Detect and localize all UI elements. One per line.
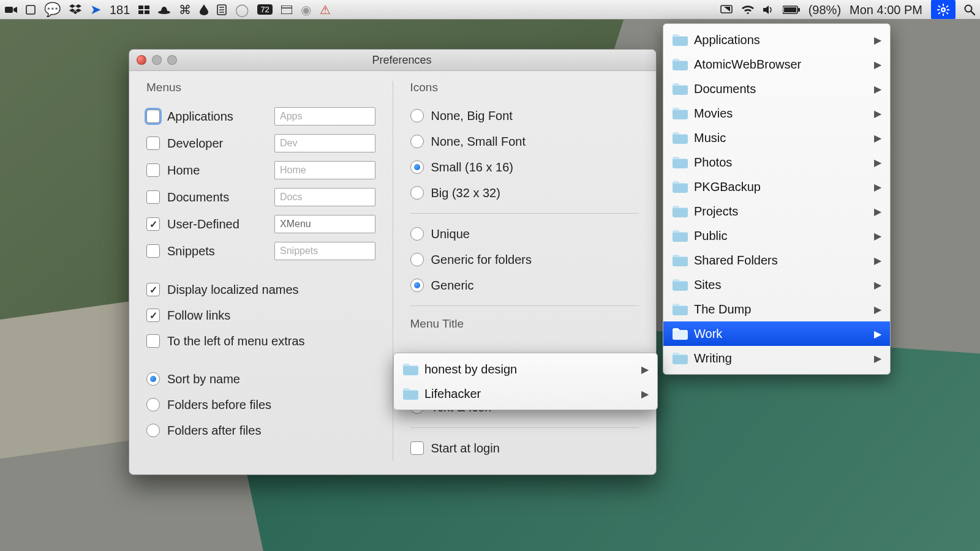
drop-icon[interactable] xyxy=(200,4,208,15)
left-of-extras-checkbox[interactable] xyxy=(146,334,160,348)
xmenu-work-submenu: honest by design▶Lifehacker▶ xyxy=(393,353,658,410)
notification-count[interactable]: 181 xyxy=(110,4,130,16)
battery-icon[interactable] xyxy=(783,6,800,14)
svg-rect-11 xyxy=(281,6,292,14)
menu-item[interactable]: Photos▶ xyxy=(663,150,890,174)
icon-size-option-radio[interactable] xyxy=(410,109,424,122)
menu-item[interactable]: Movies▶ xyxy=(663,101,890,126)
window-minimize-button[interactable] xyxy=(152,55,162,65)
window-titlebar[interactable]: Preferences xyxy=(129,50,656,71)
wifi-alert-icon[interactable]: ⚠ xyxy=(320,4,331,16)
menu-option-checkbox[interactable] xyxy=(146,110,160,123)
cursor-icon[interactable]: ➤ xyxy=(90,3,101,17)
menu-option-name-input[interactable]: Apps xyxy=(274,107,375,126)
icon-style-option-radio[interactable] xyxy=(410,279,424,292)
svg-rect-24 xyxy=(938,12,940,14)
icon-style-option-radio[interactable] xyxy=(410,253,424,266)
menu-item-label: Shared Folders xyxy=(694,253,778,268)
svg-rect-4 xyxy=(138,10,143,14)
command-icon[interactable]: ⌘ xyxy=(179,4,191,16)
window-zoom-button[interactable] xyxy=(167,55,177,65)
icon-style-option-label: Generic for folders xyxy=(431,253,532,267)
window-close-button[interactable] xyxy=(137,55,146,65)
icon-size-option-radio[interactable] xyxy=(410,186,424,200)
folder-icon xyxy=(672,107,688,119)
svg-line-26 xyxy=(971,11,974,15)
start-at-login-label: Start at login xyxy=(431,441,500,455)
xmenu-gear-icon[interactable] xyxy=(931,0,956,19)
folder-icon xyxy=(402,388,418,400)
menu-item[interactable]: Sites▶ xyxy=(663,272,890,297)
menu-option-checkbox[interactable] xyxy=(146,190,160,204)
menu-title-section-heading: Menu Title xyxy=(410,317,639,331)
menu-item[interactable]: Writing▶ xyxy=(663,346,890,370)
sort-option-radio[interactable] xyxy=(146,372,160,386)
compass-icon[interactable]: ◉ xyxy=(301,4,311,16)
icon-size-option-radio[interactable] xyxy=(410,160,424,174)
menu-option-label: Documents xyxy=(167,190,274,204)
display-localized-checkbox[interactable] xyxy=(146,283,160,296)
menu-item[interactable]: Projects▶ xyxy=(663,199,890,223)
hat-icon[interactable] xyxy=(158,6,170,14)
menu-item[interactable]: Applications▶ xyxy=(663,28,890,52)
dropbox-icon[interactable] xyxy=(69,4,81,15)
document-icon[interactable] xyxy=(217,4,227,15)
wifi-icon[interactable] xyxy=(741,5,755,15)
menu-item[interactable]: Documents▶ xyxy=(663,77,890,101)
menu-option-label: User-Defined xyxy=(167,217,274,231)
menu-item[interactable]: Work▶ xyxy=(663,321,890,346)
grid-icon[interactable] xyxy=(138,6,149,14)
menu-item[interactable]: Public▶ xyxy=(663,223,890,248)
menu-item-label: Writing xyxy=(694,351,732,365)
sort-option-row: Sort by name xyxy=(146,366,375,392)
menu-item[interactable]: AtomicWebBrowser▶ xyxy=(663,52,890,77)
svg-rect-13 xyxy=(721,6,732,13)
menu-option-checkbox[interactable] xyxy=(146,163,160,177)
menu-item[interactable]: honest by design▶ xyxy=(394,357,657,381)
menu-option-checkbox[interactable] xyxy=(146,137,160,150)
start-at-login-checkbox[interactable] xyxy=(410,441,424,455)
volume-icon[interactable] xyxy=(763,5,774,15)
spotlight-icon[interactable] xyxy=(964,4,975,15)
sort-option-radio[interactable] xyxy=(146,424,160,437)
svg-rect-1 xyxy=(26,6,35,14)
globe-icon[interactable]: ◯ xyxy=(235,4,249,16)
folder-icon xyxy=(672,328,688,340)
menu-item[interactable]: Lifehacker▶ xyxy=(394,381,657,406)
menu-option-checkbox[interactable] xyxy=(146,217,160,231)
menubar-clock[interactable]: Mon 4:00 PM xyxy=(850,4,922,16)
folder-icon xyxy=(672,279,688,291)
icon-style-option-radio[interactable] xyxy=(410,227,424,241)
menu-option-name-input[interactable]: Dev xyxy=(274,134,375,152)
menu-option-name-input[interactable]: Home xyxy=(274,161,375,179)
menu-item[interactable]: Shared Folders▶ xyxy=(663,248,890,272)
menu-option-checkbox[interactable] xyxy=(146,244,160,258)
temp-badge[interactable]: 72 xyxy=(257,4,272,15)
menu-item[interactable]: Music▶ xyxy=(663,126,890,150)
icon-size-option-row: Big (32 x 32) xyxy=(410,180,639,206)
battery-square-icon[interactable] xyxy=(26,5,36,15)
submenu-arrow-icon: ▶ xyxy=(874,255,881,266)
icon-size-option-label: None, Big Font xyxy=(431,109,513,123)
window-icon[interactable] xyxy=(281,6,292,14)
icon-size-option-row: None, Big Font xyxy=(410,103,639,129)
icon-size-option-radio[interactable] xyxy=(410,135,424,148)
menu-item[interactable]: The Dump▶ xyxy=(663,297,890,321)
menu-option-name-input[interactable]: Docs xyxy=(274,188,375,206)
menu-item-label: PKGBackup xyxy=(694,180,761,194)
sort-option-radio[interactable] xyxy=(146,398,160,411)
menu-item-label: Public xyxy=(694,229,727,243)
menu-item-label: AtomicWebBrowser xyxy=(694,58,801,72)
camcorder-icon[interactable] xyxy=(5,6,17,14)
menu-option-name-input[interactable]: Snippets xyxy=(274,242,375,260)
svg-rect-5 xyxy=(145,10,149,14)
chat-icon[interactable]: 💬 xyxy=(44,3,61,17)
icon-size-option-row: Small (16 x 16) xyxy=(410,154,639,180)
follow-links-checkbox[interactable] xyxy=(146,309,160,322)
battery-percent: (98%) xyxy=(809,4,841,16)
submenu-arrow-icon: ▶ xyxy=(874,328,881,340)
display-icon[interactable] xyxy=(720,5,733,15)
menu-item[interactable]: PKGBackup▶ xyxy=(663,174,890,199)
menu-item-label: Sites xyxy=(694,278,721,292)
menu-option-name-input[interactable]: XMenu xyxy=(274,215,375,233)
